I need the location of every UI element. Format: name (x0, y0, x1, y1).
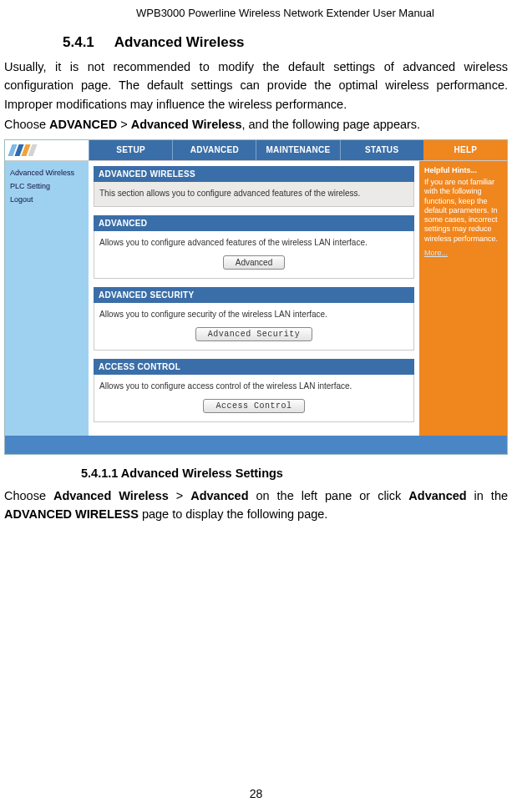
doc-header-model: WPB3000 (136, 7, 185, 19)
p3-b2: Advanced (190, 489, 248, 502)
tab-setup[interactable]: SETUP (89, 140, 172, 160)
section-heading: 5.4.1Advanced Wireless (63, 34, 508, 51)
panel-body-adv-text: Allows you to configure advanced feature… (99, 238, 368, 247)
router-sidebar: Advanced Wireless PLC Setting Logout (5, 161, 89, 436)
paragraph-nav-instruction: Choose ADVANCED > Advanced Wireless, and… (4, 115, 508, 134)
panel-btn-row-sec: Advanced Security (99, 327, 408, 341)
p2-b1: ADVANCED (49, 118, 117, 131)
panel-body-sec: Allows you to configure security of the … (94, 303, 414, 351)
p3-b4: ADVANCED WIRELESS (4, 507, 139, 521)
panel-body-aw: This section allows you to configure adv… (94, 182, 414, 207)
doc-header-rest: Powerline Wireless Network Extender User… (185, 7, 434, 19)
panel-body-ac: Allows you to configure access control o… (94, 375, 414, 422)
router-ui-screenshot: SETUP ADVANCED MAINTENANCE STATUS HELP A… (4, 139, 508, 455)
p2-mid: > (117, 118, 131, 131)
sidebar-item-logout[interactable]: Logout (5, 193, 89, 206)
page-number: 28 (0, 787, 512, 800)
subsection-heading: 5.4.1.1 Advanced Wireless Settings (81, 467, 508, 480)
panel-advanced: ADVANCED Allows you to configure advance… (94, 215, 414, 279)
p3-pre: Choose (4, 489, 53, 502)
help-head: Helpful Hints... (424, 166, 502, 175)
tab-maintenance[interactable]: MAINTENANCE (256, 140, 339, 160)
panel-head-aw: ADVANCED WIRELESS (94, 166, 414, 182)
router-body: Advanced Wireless PLC Setting Logout ADV… (5, 160, 507, 436)
p3-mid2: on the left pane or click (249, 489, 409, 502)
p3-post: page to display the following page. (139, 507, 328, 521)
p2-post: , and the following page appears. (242, 118, 421, 131)
panel-body-ac-text: Allows you to configure access control o… (99, 381, 352, 391)
p3-mid3: in the (467, 489, 508, 502)
p2-b2: Advanced Wireless (131, 118, 242, 131)
panel-advanced-security: ADVANCED SECURITY Allows you to configur… (94, 287, 414, 351)
tab-advanced[interactable]: ADVANCED (172, 140, 256, 160)
section-number: 5.4.1 (63, 34, 94, 51)
advanced-button[interactable]: Advanced (223, 255, 285, 270)
panel-advanced-wireless: ADVANCED WIRELESS This section allows yo… (94, 166, 414, 207)
panel-btn-row-ac: Access Control (99, 399, 408, 413)
help-body: If you are not familiar with the followi… (424, 178, 502, 244)
panel-head-sec: ADVANCED SECURITY (94, 287, 414, 303)
sidebar-item-advanced-wireless[interactable]: Advanced Wireless (5, 166, 89, 179)
panel-head-adv: ADVANCED (94, 215, 414, 231)
panel-btn-row-adv: Advanced (99, 255, 408, 270)
router-logo (5, 140, 89, 160)
help-more-link[interactable]: More... (424, 249, 502, 258)
router-footer (5, 436, 507, 454)
router-tabbar: SETUP ADVANCED MAINTENANCE STATUS HELP (5, 140, 507, 160)
p3-mid1: > (169, 489, 190, 502)
sidebar-item-plc-setting[interactable]: PLC Setting (5, 179, 89, 193)
p3-b1: Advanced Wireless (53, 489, 169, 502)
paragraph-intro: Usually, it is not recommended to modify… (4, 58, 508, 113)
panel-head-ac: ACCESS CONTROL (94, 359, 414, 375)
panel-body-sec-text: Allows you to configure security of the … (99, 310, 327, 319)
tab-help[interactable]: HELP (423, 140, 507, 160)
tab-status[interactable]: STATUS (340, 140, 423, 160)
advanced-security-button[interactable]: Advanced Security (195, 327, 313, 341)
paragraph-sub-instruction: Choose Advanced Wireless > Advanced on t… (4, 487, 508, 524)
access-control-button[interactable]: Access Control (203, 399, 304, 413)
doc-header: WPB3000 Powerline Wireless Network Exten… (4, 7, 508, 19)
p3-b3: Advanced (408, 489, 466, 502)
panel-body-adv: Allows you to configure advanced feature… (94, 231, 414, 279)
panel-access-control: ACCESS CONTROL Allows you to configure a… (94, 359, 414, 422)
router-main: ADVANCED WIRELESS This section allows yo… (89, 161, 419, 436)
section-title: Advanced Wireless (114, 34, 245, 50)
router-help-panel: Helpful Hints... If you are not familiar… (419, 161, 507, 436)
p2-pre: Choose (4, 118, 49, 131)
